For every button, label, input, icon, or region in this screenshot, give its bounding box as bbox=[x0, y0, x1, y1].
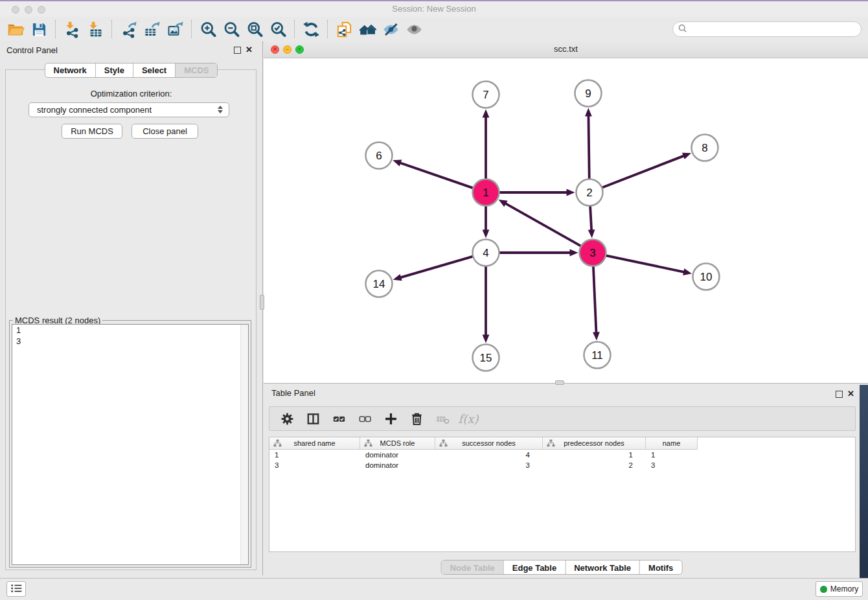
node-4[interactable]: 4 bbox=[473, 240, 499, 266]
tab-motifs[interactable]: Motifs bbox=[639, 560, 681, 575]
export-table-button[interactable] bbox=[140, 18, 163, 40]
table-cell[interactable]: dominator bbox=[360, 451, 435, 459]
close-panel-button[interactable]: Close panel bbox=[131, 124, 198, 139]
node-9[interactable]: 9 bbox=[575, 80, 602, 107]
save-session-icon bbox=[30, 21, 48, 38]
memory-status-icon bbox=[820, 586, 827, 593]
tab-network-table[interactable]: Network Table bbox=[565, 560, 639, 575]
open-session-button[interactable] bbox=[4, 18, 27, 40]
tab-label: Network bbox=[54, 65, 87, 75]
edge-3-1[interactable] bbox=[499, 200, 582, 246]
edge-4-3[interactable] bbox=[499, 249, 578, 257]
search-input[interactable] bbox=[687, 24, 861, 34]
tab-edge-table[interactable]: Edge Table bbox=[503, 560, 565, 575]
delete-table-button[interactable] bbox=[434, 409, 451, 428]
result-scrollbar[interactable] bbox=[240, 325, 248, 564]
import-network-button[interactable] bbox=[60, 18, 84, 40]
node-3[interactable]: 3 bbox=[580, 240, 606, 266]
control-panel-close-icon[interactable]: ✕ bbox=[246, 45, 253, 54]
desktop-edge-right bbox=[860, 385, 868, 579]
edge-4-14[interactable] bbox=[393, 256, 474, 281]
node-15[interactable]: 15 bbox=[473, 345, 499, 371]
node-1[interactable]: 1 bbox=[473, 179, 499, 206]
horizontal-splitter-handle[interactable] bbox=[555, 380, 564, 385]
edge-1-4[interactable] bbox=[483, 205, 490, 238]
table-cell[interactable]: dominator bbox=[360, 461, 435, 469]
network-window-title: scc.txt bbox=[264, 44, 868, 54]
control-panel-float-icon[interactable] bbox=[234, 47, 241, 54]
hide-selected-button[interactable] bbox=[379, 18, 402, 40]
zoom-in-button[interactable] bbox=[196, 18, 220, 40]
search-box[interactable] bbox=[672, 21, 862, 37]
refresh-button[interactable] bbox=[299, 18, 323, 40]
network-canvas[interactable]: 7968124314101511 bbox=[264, 58, 868, 383]
edge-1-7[interactable] bbox=[483, 110, 490, 180]
node-14[interactable]: 14 bbox=[366, 271, 393, 297]
edge-4-15[interactable] bbox=[483, 266, 490, 343]
column-header-predecessor-nodes[interactable]: predecessor nodes bbox=[543, 437, 646, 450]
table-cell[interactable]: 1 bbox=[269, 451, 360, 459]
table-cell[interactable]: 1 bbox=[646, 451, 698, 459]
node-8[interactable]: 8 bbox=[692, 135, 718, 161]
zoom-selected-button[interactable] bbox=[266, 18, 290, 40]
node-2[interactable]: 2 bbox=[577, 179, 603, 206]
node-11[interactable]: 11 bbox=[584, 342, 611, 369]
control-panel-tabs: NetworkStyleSelectMCDS bbox=[45, 63, 218, 78]
table-row[interactable]: 1dominator411 bbox=[269, 450, 855, 460]
delete-row-button[interactable] bbox=[408, 409, 425, 428]
control-panel: Control Panel ✕ NetworkStyleSelectMCDS O… bbox=[0, 41, 263, 575]
zoom-out-button[interactable] bbox=[220, 18, 243, 40]
edge-3-11[interactable] bbox=[593, 265, 600, 340]
save-session-button[interactable] bbox=[27, 18, 51, 40]
tab-node-table[interactable]: Node Table bbox=[442, 560, 503, 575]
add-row-button[interactable] bbox=[382, 409, 399, 428]
show-all-button[interactable] bbox=[402, 18, 426, 40]
zoom-fit-button[interactable] bbox=[243, 18, 266, 40]
tab-network[interactable]: Network bbox=[45, 63, 95, 77]
table-cell[interactable]: 3 bbox=[646, 461, 698, 469]
node-10[interactable]: 10 bbox=[693, 264, 720, 290]
home-button[interactable] bbox=[356, 18, 379, 40]
import-table-icon bbox=[87, 21, 104, 38]
table-cell[interactable]: 2 bbox=[543, 461, 646, 469]
table-cell[interactable]: 3 bbox=[269, 461, 360, 469]
vertical-splitter-handle[interactable] bbox=[260, 295, 264, 310]
export-image-button[interactable] bbox=[163, 18, 187, 40]
table-cell[interactable]: 4 bbox=[435, 451, 543, 459]
mcds-result-list[interactable]: 13 bbox=[12, 324, 249, 565]
gear-button[interactable] bbox=[279, 409, 295, 428]
columns-button[interactable] bbox=[304, 409, 321, 428]
edge-2-9[interactable] bbox=[585, 108, 592, 179]
table-panel-close-icon[interactable]: ✕ bbox=[847, 389, 854, 398]
node-7[interactable]: 7 bbox=[473, 82, 499, 108]
edge-1-6[interactable] bbox=[393, 159, 474, 188]
network-graph[interactable]: 7968124314101511 bbox=[264, 58, 868, 384]
edge-2-3[interactable] bbox=[588, 205, 595, 238]
export-network-button[interactable] bbox=[117, 18, 140, 40]
edge-3-10[interactable] bbox=[605, 255, 692, 275]
criterion-dropdown[interactable]: strongly connected component bbox=[29, 102, 229, 117]
node-6[interactable]: 6 bbox=[366, 143, 393, 169]
column-header-MCDS-role[interactable]: MCDS role bbox=[360, 437, 435, 450]
table-row[interactable]: 3dominator323 bbox=[269, 460, 855, 470]
table-cell[interactable]: 3 bbox=[435, 461, 543, 469]
select-none-button[interactable] bbox=[356, 409, 373, 428]
clone-network-button[interactable] bbox=[332, 18, 356, 40]
function-builder-button[interactable]: f(x) bbox=[460, 409, 477, 428]
column-header-successor-nodes[interactable]: successor nodes bbox=[435, 437, 543, 450]
tab-mcds[interactable]: MCDS bbox=[175, 63, 217, 77]
tab-style[interactable]: Style bbox=[95, 63, 133, 77]
run-mcds-button[interactable]: Run MCDS bbox=[62, 124, 122, 139]
column-header-shared-name[interactable]: shared name bbox=[269, 437, 360, 450]
svg-text:9: 9 bbox=[585, 87, 591, 100]
edge-1-2[interactable] bbox=[499, 189, 575, 196]
task-list-button[interactable] bbox=[6, 581, 26, 597]
column-header-name[interactable]: name bbox=[646, 437, 698, 450]
edge-2-8[interactable] bbox=[601, 153, 691, 188]
memory-button[interactable]: Memory bbox=[816, 581, 863, 597]
select-all-button[interactable] bbox=[330, 409, 347, 428]
tab-select[interactable]: Select bbox=[133, 63, 175, 77]
table-cell[interactable]: 1 bbox=[543, 451, 646, 459]
table-panel-float-icon[interactable] bbox=[836, 391, 843, 398]
import-table-button[interactable] bbox=[84, 18, 107, 40]
